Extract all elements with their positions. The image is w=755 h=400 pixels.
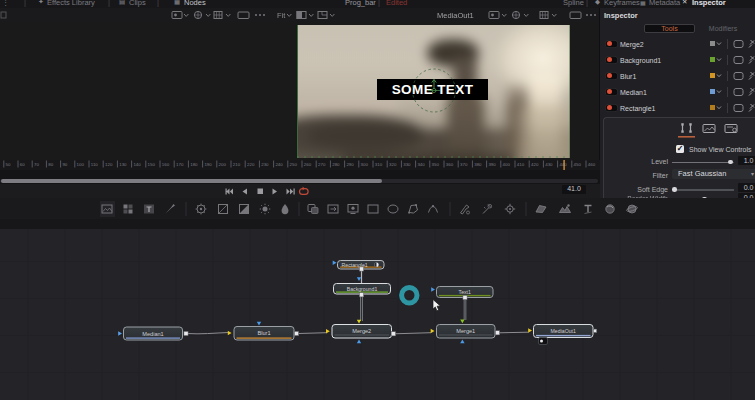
svg-text:Rectangle1: Rectangle1 [342,262,368,268]
svg-text:150: 150 [148,162,156,167]
svg-text:Merge1: Merge1 [456,328,475,334]
svg-text:280: 280 [332,162,340,167]
svg-text:240: 240 [275,162,283,167]
svg-text:330: 330 [403,162,411,167]
svg-text:Background1: Background1 [347,286,378,292]
svg-text:90: 90 [62,162,67,167]
svg-text:450: 450 [574,162,582,167]
svg-text:230: 230 [261,162,269,167]
svg-text:410: 410 [517,162,525,167]
svg-text:70: 70 [34,162,39,167]
svg-text:170: 170 [176,162,184,167]
svg-text:Merge2: Merge2 [352,328,371,334]
svg-text:210: 210 [233,162,241,167]
svg-text:420: 420 [531,162,539,167]
svg-text:140: 140 [133,162,141,167]
svg-text:400: 400 [503,162,511,167]
svg-text:380: 380 [474,162,482,167]
svg-text:320: 320 [389,162,397,167]
svg-text:270: 270 [318,162,326,167]
svg-text:60: 60 [20,162,25,167]
svg-text:MediaOut1: MediaOut1 [437,11,474,20]
svg-text:80: 80 [48,162,53,167]
svg-text:110: 110 [91,162,99,167]
svg-text:Blur1: Blur1 [257,330,270,336]
svg-text:180: 180 [190,162,198,167]
svg-text:390: 390 [488,162,496,167]
svg-text:260: 260 [304,162,312,167]
svg-text:MediaOut1: MediaOut1 [551,328,576,334]
svg-text:370: 370 [460,162,468,167]
svg-text:310: 310 [375,162,383,167]
svg-text:350: 350 [432,162,440,167]
svg-text:130: 130 [119,162,127,167]
svg-text:160: 160 [162,162,170,167]
svg-text:Text1: Text1 [459,289,472,295]
svg-text:220: 220 [247,162,255,167]
svg-text:440: 440 [559,162,567,167]
svg-text:430: 430 [545,162,553,167]
svg-text:360: 360 [446,162,454,167]
svg-text:200: 200 [219,162,227,167]
svg-text:Fit: Fit [277,11,286,20]
svg-text:300: 300 [361,162,369,167]
svg-text:340: 340 [417,162,425,167]
svg-text:120: 120 [105,162,113,167]
svg-text:Median1: Median1 [142,331,163,337]
svg-text:250: 250 [290,162,298,167]
svg-text:100: 100 [77,162,85,167]
svg-text:460: 460 [588,162,596,167]
svg-text:290: 290 [346,162,354,167]
svg-text:50: 50 [6,162,11,167]
svg-text:190: 190 [204,162,212,167]
